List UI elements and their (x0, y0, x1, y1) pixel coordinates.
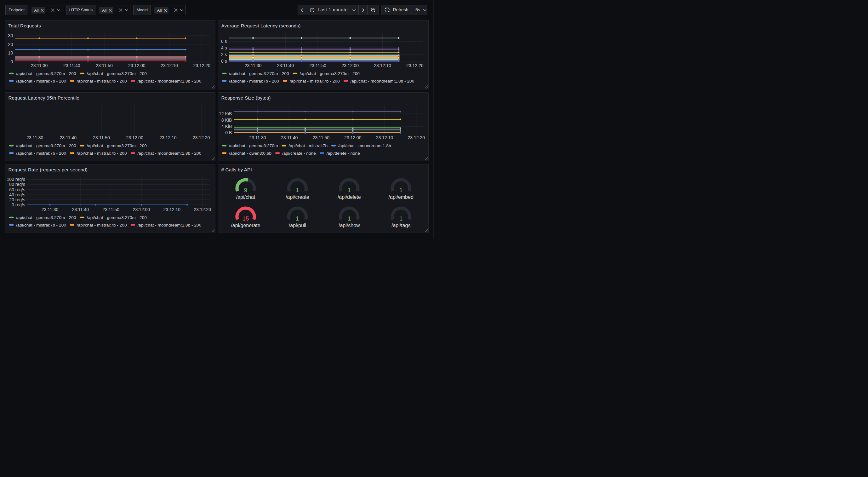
svg-text:23:11:30: 23:11:30 (26, 135, 43, 140)
svg-text:/api/chat - gemma3:270m - 200: /api/chat - gemma3:270m - 200 (16, 143, 76, 148)
svg-text:0: 0 (10, 59, 13, 64)
svg-text:/api/chat - gemma3:270m - 200: /api/chat - gemma3:270m - 200 (16, 71, 76, 76)
svg-text:10: 10 (8, 51, 13, 55)
svg-text:/api/delete - none: /api/delete - none (327, 151, 360, 156)
svg-text:23:12:20: 23:12:20 (406, 63, 424, 68)
svg-text:/api/chat - mistral:7b - 200: /api/chat - mistral:7b - 200 (76, 79, 127, 84)
svg-text:Average Request Latency (secon: Average Request Latency (seconds) (221, 23, 301, 28)
svg-text:/api/chat - gemma3:270m - 200: /api/chat - gemma3:270m - 200 (229, 71, 289, 76)
svg-text:40 req/s: 40 req/s (9, 192, 25, 197)
svg-text:Request Latency 95th Percentil: Request Latency 95th Percentile (8, 95, 80, 100)
svg-text:23:11:40: 23:11:40 (277, 63, 294, 68)
svg-text:23:11:50: 23:11:50 (102, 207, 119, 212)
svg-text:23:11:40: 23:11:40 (72, 207, 89, 212)
svg-text:/api/chat - mistral:7b - 200: /api/chat - mistral:7b - 200 (76, 151, 127, 156)
svg-text:2 s: 2 s (221, 52, 227, 57)
svg-text:23:11:30: 23:11:30 (41, 207, 58, 212)
svg-text:Request Rate (requests per sec: Request Rate (requests per second) (8, 167, 88, 172)
svg-text:23:11:50: 23:11:50 (309, 63, 326, 68)
svg-text:/api/create: /api/create (286, 195, 309, 200)
svg-text:/api/generate: /api/generate (231, 223, 260, 228)
svg-text:1: 1 (399, 187, 403, 193)
svg-text:1: 1 (348, 215, 351, 222)
svg-text:23:12:20: 23:12:20 (193, 63, 210, 68)
svg-text:/api/chat: /api/chat (236, 195, 255, 200)
svg-text:/api/chat - moondream:1.8b - 2: /api/chat - moondream:1.8b - 200 (137, 79, 201, 84)
svg-text:/api/chat - moondream:1.8b: /api/chat - moondream:1.8b (338, 143, 391, 148)
svg-text:23:11:40: 23:11:40 (63, 63, 80, 68)
svg-text:/api/chat - moondream:1.8b - 2: /api/chat - moondream:1.8b - 200 (137, 151, 201, 156)
svg-text:15: 15 (243, 215, 249, 222)
svg-text:/api/chat - mistral:7b - 200: /api/chat - mistral:7b - 200 (16, 151, 66, 156)
svg-text:30: 30 (8, 33, 13, 38)
svg-text:/api/chat - moondream:1.8b - 2: /api/chat - moondream:1.8b - 200 (137, 223, 201, 228)
svg-text:23:11:50: 23:11:50 (313, 135, 330, 140)
svg-text:/api/chat - gemma3:270m - 200: /api/chat - gemma3:270m - 200 (87, 71, 147, 76)
svg-text:23:12:10: 23:12:10 (161, 63, 178, 68)
svg-text:/api/chat - mistral:7b - 200: /api/chat - mistral:7b - 200 (16, 223, 66, 228)
svg-text:/api/chat - gemma3:270m: /api/chat - gemma3:270m (229, 143, 278, 148)
svg-text:/api/chat - gemma3:270m - 200: /api/chat - gemma3:270m - 200 (87, 215, 147, 220)
svg-text:23:12:20: 23:12:20 (407, 135, 425, 140)
svg-text:/api/chat - moondream:1.8b - 2: /api/chat - moondream:1.8b - 200 (350, 79, 414, 84)
svg-text:4 KiB: 4 KiB (221, 124, 232, 129)
svg-text:/api/create - none: /api/create - none (282, 151, 316, 156)
svg-text:/api/chat - mistral:7b: /api/chat - mistral:7b (288, 143, 328, 148)
svg-text:1: 1 (296, 187, 299, 193)
svg-text:23:11:30: 23:11:30 (31, 63, 48, 68)
svg-text:23:11:40: 23:11:40 (60, 135, 76, 140)
svg-text:9: 9 (244, 187, 247, 193)
svg-text:23:11:30: 23:11:30 (245, 63, 262, 68)
svg-text:23:12:00: 23:12:00 (133, 207, 150, 212)
svg-text:1: 1 (348, 187, 351, 193)
svg-text:/api/pull: /api/pull (289, 223, 306, 228)
svg-text:/api/chat - mistral:7b - 200: /api/chat - mistral:7b - 200 (229, 79, 279, 84)
svg-text:23:12:10: 23:12:10 (163, 207, 181, 212)
svg-text:0 req/s: 0 req/s (12, 202, 25, 207)
svg-text:/api/chat - gemma3:270m - 200: /api/chat - gemma3:270m - 200 (300, 71, 360, 76)
svg-text:23:12:20: 23:12:20 (194, 207, 211, 212)
svg-text:/api/tags: /api/tags (392, 223, 410, 228)
svg-text:6 s: 6 s (221, 39, 227, 44)
svg-text:23:12:00: 23:12:00 (128, 63, 146, 68)
svg-text:60 req/s: 60 req/s (9, 187, 25, 192)
svg-text:23:12:00: 23:12:00 (126, 135, 143, 140)
svg-text:0 s: 0 s (221, 59, 227, 64)
svg-text:/api/embed: /api/embed (389, 195, 413, 200)
svg-text:/api/chat - mistral:7b - 200: /api/chat - mistral:7b - 200 (290, 79, 340, 84)
svg-text:# Calls by API: # Calls by API (221, 167, 252, 172)
svg-text:23:11:50: 23:11:50 (96, 63, 113, 68)
svg-text:8 KiB: 8 KiB (221, 118, 232, 123)
svg-text:12 KiB: 12 KiB (219, 111, 232, 116)
svg-text:23:12:20: 23:12:20 (192, 135, 210, 140)
svg-text:/api/chat - mistral:7b - 200: /api/chat - mistral:7b - 200 (16, 79, 66, 84)
svg-text:23:12:00: 23:12:00 (344, 135, 362, 140)
svg-text:/api/show: /api/show (339, 223, 360, 228)
svg-text:20: 20 (8, 42, 13, 47)
svg-text:20 req/s: 20 req/s (9, 197, 25, 202)
svg-text:80 req/s: 80 req/s (9, 182, 25, 187)
svg-text:23:11:30: 23:11:30 (249, 135, 266, 140)
svg-text:23:11:40: 23:11:40 (281, 135, 298, 140)
svg-text:23:12:10: 23:12:10 (374, 63, 391, 68)
svg-text:23:12:00: 23:12:00 (342, 63, 359, 68)
svg-text:4 s: 4 s (221, 46, 227, 51)
svg-text:100 req/s: 100 req/s (7, 177, 25, 182)
svg-text:1: 1 (296, 215, 299, 222)
svg-text:/api/chat - gemma3:270m - 200: /api/chat - gemma3:270m - 200 (87, 143, 147, 148)
svg-text:Total Requests: Total Requests (8, 23, 41, 28)
svg-text:23:12:10: 23:12:10 (159, 135, 177, 140)
svg-text:23:12:10: 23:12:10 (376, 135, 393, 140)
svg-text:1: 1 (399, 215, 403, 222)
svg-text:0 B: 0 B (225, 130, 232, 135)
svg-text:/api/chat - qwen3:0.6b: /api/chat - qwen3:0.6b (229, 151, 272, 156)
svg-text:Response Size (bytes): Response Size (bytes) (221, 95, 271, 100)
svg-text:/api/delete: /api/delete (338, 195, 361, 200)
svg-text:/api/chat - gemma3:270m - 200: /api/chat - gemma3:270m - 200 (16, 215, 76, 220)
svg-text:23:11:50: 23:11:50 (93, 135, 110, 140)
svg-text:/api/chat - mistral:7b - 200: /api/chat - mistral:7b - 200 (76, 223, 127, 228)
